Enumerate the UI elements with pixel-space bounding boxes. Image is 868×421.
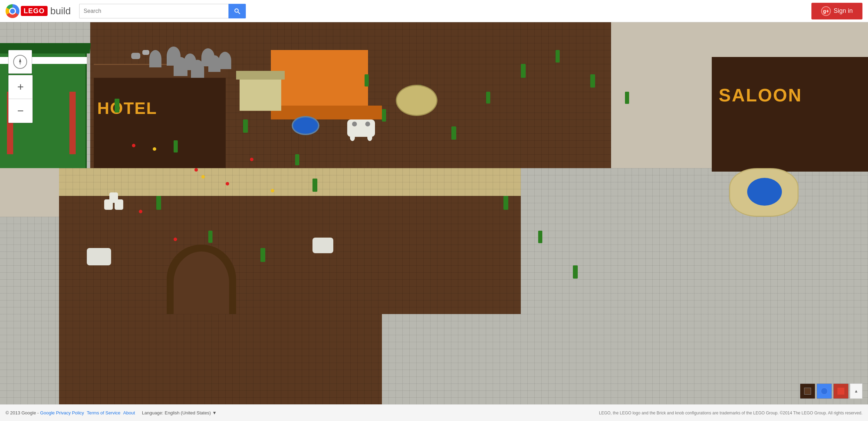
cactus-top-right-3	[590, 74, 595, 88]
cactus-far-right-1	[503, 196, 508, 210]
map-area[interactable]: HOTEL SALOON	[0, 22, 868, 404]
compass-inner	[13, 55, 27, 69]
flower-5	[139, 210, 142, 213]
well-top	[236, 71, 285, 80]
search-input[interactable]	[79, 4, 228, 18]
footer-trademark: LEGO, the LEGO logo and the Brick and kn…	[599, 411, 862, 415]
header: LEGO build g+ Sign in	[0, 0, 868, 22]
flower-y3	[271, 189, 274, 192]
hotel-sign-text: HOTEL	[97, 99, 157, 118]
cactus-top-right-1	[521, 64, 526, 78]
saloon-sign-text: SALOON	[719, 85, 802, 106]
cactus-2	[174, 140, 178, 152]
water-pool-right2	[747, 178, 782, 206]
language-label: Language:	[142, 410, 163, 415]
gray-plate-bottomleft	[0, 217, 59, 404]
rock-1	[131, 53, 140, 59]
cactus-6	[208, 231, 212, 243]
cactus-far-right-3	[573, 265, 578, 279]
hotel-building: HOTEL	[94, 74, 226, 168]
map-controls: + −	[8, 50, 33, 123]
map-thumbnail-1[interactable]	[800, 383, 815, 399]
tan-road-right	[382, 168, 521, 196]
compass-button[interactable]	[8, 50, 32, 74]
compass-needle	[19, 58, 21, 65]
footer: © 2013 Google - Google Privacy Policy Te…	[0, 404, 868, 421]
flower-3	[226, 182, 229, 185]
gravestone-6	[174, 57, 187, 76]
language-chevron-icon: ▼	[212, 410, 217, 415]
flower-y1	[153, 147, 156, 151]
cactus-3	[243, 119, 248, 133]
tumbleweed	[396, 85, 437, 116]
horse-2	[312, 238, 333, 253]
saloon-building: SALOON	[712, 57, 868, 172]
bottom-controls: ▲	[800, 383, 862, 399]
app-title: build	[50, 6, 71, 17]
rock-2	[142, 50, 149, 55]
map-thumbnail-2[interactable]	[817, 383, 832, 399]
well-structure	[240, 76, 281, 111]
search-button[interactable]	[228, 4, 246, 18]
horse-1	[87, 248, 111, 265]
flower-4	[250, 158, 253, 161]
map-background: HOTEL SALOON	[0, 22, 868, 404]
flower-y2	[201, 175, 205, 179]
cow-skull	[347, 119, 375, 137]
signin-button[interactable]: g+ Sign in	[811, 3, 862, 19]
zoom-out-button[interactable]: −	[9, 99, 32, 123]
chrome-logo-icon	[6, 4, 19, 18]
barrel-3	[109, 192, 118, 203]
gravestone-5	[219, 52, 231, 69]
collapse-button[interactable]: ▲	[850, 383, 862, 399]
cactus-top-right-2	[556, 50, 560, 63]
map-thumbnail-3[interactable]	[833, 383, 849, 399]
footer-copyright: © 2013 Google -	[6, 410, 39, 415]
cactus-4	[295, 154, 299, 165]
cactus-10	[382, 109, 386, 122]
zoom-in-button[interactable]: +	[9, 75, 32, 99]
search-container	[79, 4, 246, 18]
gplus-icon: g+	[821, 6, 831, 16]
zoom-controls: + −	[8, 75, 33, 123]
gravestone-7	[191, 60, 204, 78]
lego-logo: LEGO	[21, 6, 48, 16]
gravestone-1	[149, 50, 161, 67]
language-dropdown[interactable]: English (United States) ▼	[165, 410, 217, 415]
footer-about-link[interactable]: About	[123, 410, 135, 415]
flower-6	[174, 238, 177, 241]
search-icon	[234, 8, 241, 15]
orange-building-base	[271, 106, 382, 119]
arch-inner	[174, 251, 229, 314]
cactus-7	[312, 179, 317, 192]
flower-2	[194, 168, 198, 172]
language-value: English (United States)	[165, 410, 211, 415]
language-selector: Language: English (United States) ▼	[142, 410, 217, 415]
cactus-11	[451, 126, 456, 140]
cactus-top-right-4	[625, 92, 629, 104]
signin-label: Sign in	[834, 7, 853, 15]
water-pool-left	[292, 116, 319, 135]
asian-building-pillar-right	[69, 92, 76, 154]
footer-terms-link[interactable]: Terms of Service	[87, 410, 120, 415]
footer-privacy-link[interactable]: Google Privacy Policy	[40, 410, 84, 415]
cactus-8	[365, 74, 369, 86]
cactus-13	[260, 248, 265, 262]
flower-1	[132, 144, 135, 147]
svg-line-1	[238, 12, 240, 14]
cactus-1	[115, 99, 119, 113]
gravestone-8	[208, 55, 220, 72]
cactus-5	[156, 196, 161, 210]
tan-road-horizontal	[59, 168, 382, 196]
cactus-far-right-2	[538, 231, 542, 243]
cactus-12	[486, 92, 490, 104]
